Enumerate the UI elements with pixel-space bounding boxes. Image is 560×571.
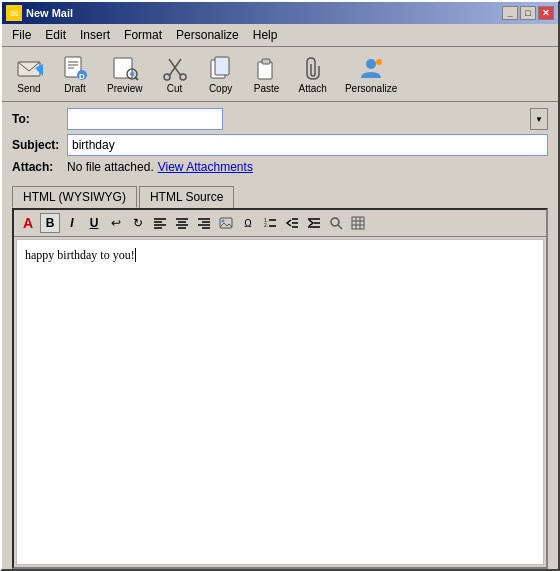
outdent-button[interactable] [282, 213, 302, 233]
toolbar: Send D Draft [2, 47, 558, 102]
indent-button[interactable] [304, 213, 324, 233]
text-cursor [135, 248, 136, 262]
svg-line-47 [338, 225, 342, 229]
svg-text:D: D [79, 72, 85, 81]
find-button[interactable] [326, 213, 346, 233]
attach-row: Attach: No file attached. View Attachmen… [12, 160, 548, 174]
svg-rect-8 [114, 58, 132, 78]
font-button[interactable]: A [18, 213, 38, 233]
title-bar: ✉ New Mail _ □ ✕ [2, 2, 558, 24]
send-icon [15, 54, 43, 82]
copy-icon [207, 54, 235, 82]
ordered-list-button[interactable]: 1.2. [260, 213, 280, 233]
undo-button[interactable]: ↩ [106, 213, 126, 233]
draft-icon: D [61, 54, 89, 82]
copy-button[interactable]: Copy [200, 51, 242, 97]
svg-rect-19 [262, 59, 270, 64]
menu-insert[interactable]: Insert [74, 26, 116, 44]
menu-edit[interactable]: Edit [39, 26, 72, 44]
align-right-button[interactable] [194, 213, 214, 233]
new-mail-window: ✉ New Mail _ □ ✕ File Edit Insert Format… [0, 0, 560, 571]
attach-icon [299, 54, 327, 82]
attach-button[interactable]: Attach [292, 51, 334, 97]
personalize-button[interactable]: Personalize [338, 51, 404, 97]
attach-label: Attach [299, 83, 327, 94]
tab-html-wysiwyg[interactable]: HTML (WYSIWYG) [12, 186, 137, 208]
menu-bar: File Edit Insert Format Personalize Help [2, 24, 558, 47]
bold-button[interactable]: B [40, 213, 60, 233]
window-icon: ✉ [6, 5, 22, 21]
subject-input[interactable] [67, 134, 548, 156]
svg-rect-34 [220, 218, 232, 228]
svg-text:2.: 2. [264, 222, 268, 228]
maximize-button[interactable]: □ [520, 6, 536, 20]
svg-point-35 [222, 220, 225, 223]
cut-button[interactable]: Cut [154, 51, 196, 97]
to-dropdown-arrow[interactable]: ▼ [530, 108, 548, 130]
paste-button[interactable]: Paste [246, 51, 288, 97]
menu-personalize[interactable]: Personalize [170, 26, 245, 44]
svg-line-10 [135, 78, 138, 81]
window-title: New Mail [26, 7, 73, 19]
title-controls: _ □ ✕ [502, 6, 554, 20]
to-label: To: [12, 112, 67, 126]
copy-label: Copy [209, 83, 232, 94]
paste-icon [253, 54, 281, 82]
close-button[interactable]: ✕ [538, 6, 554, 20]
draft-label: Draft [64, 83, 86, 94]
attach-row-label: Attach: [12, 160, 67, 174]
cut-icon [161, 54, 189, 82]
tabs-area: HTML (WYSIWYG) HTML Source [2, 186, 558, 208]
editor-text: happy birthday to you! [25, 248, 136, 262]
menu-file[interactable]: File [6, 26, 37, 44]
subject-row: Subject: [12, 134, 548, 156]
underline-button[interactable]: U [84, 213, 104, 233]
insert-table-button[interactable] [348, 213, 368, 233]
editor-tabs: HTML (WYSIWYG) HTML Source [12, 186, 548, 208]
attach-status-text: No file attached. [67, 160, 154, 174]
svg-rect-18 [258, 62, 272, 79]
send-label: Send [17, 83, 40, 94]
svg-point-46 [331, 218, 339, 226]
personalize-icon [357, 54, 385, 82]
tab-html-source[interactable]: HTML Source [139, 186, 235, 208]
to-input[interactable] [67, 108, 223, 130]
svg-point-21 [376, 59, 382, 65]
svg-point-15 [180, 74, 186, 80]
menu-format[interactable]: Format [118, 26, 168, 44]
cut-label: Cut [167, 83, 183, 94]
personalize-label: Personalize [345, 83, 397, 94]
formatting-bar: A B I U ↩ ↻ [14, 210, 546, 237]
preview-button[interactable]: Preview [100, 51, 150, 97]
svg-rect-17 [215, 57, 229, 75]
editor-area: A B I U ↩ ↻ [12, 208, 548, 569]
form-area: To: ▼ Subject: Attach: No file attached.… [2, 102, 558, 184]
menu-help[interactable]: Help [247, 26, 284, 44]
special-char-button[interactable]: Ω [238, 213, 258, 233]
send-button[interactable]: Send [8, 51, 50, 97]
svg-rect-48 [352, 217, 364, 229]
preview-label: Preview [107, 83, 143, 94]
svg-point-20 [366, 59, 376, 69]
minimize-button[interactable]: _ [502, 6, 518, 20]
view-attachments-link[interactable]: View Attachments [158, 160, 253, 174]
svg-point-14 [164, 74, 170, 80]
editor-content[interactable]: happy birthday to you! [16, 239, 544, 565]
svg-point-11 [130, 72, 134, 76]
to-select-wrapper: ▼ [67, 108, 548, 130]
to-row: To: ▼ [12, 108, 548, 130]
preview-icon [111, 54, 139, 82]
title-bar-left: ✉ New Mail [6, 5, 73, 21]
redo-button[interactable]: ↻ [128, 213, 148, 233]
subject-label: Subject: [12, 138, 67, 152]
italic-button[interactable]: I [62, 213, 82, 233]
draft-button[interactable]: D Draft [54, 51, 96, 97]
align-left-button[interactable] [150, 213, 170, 233]
paste-label: Paste [254, 83, 280, 94]
align-center-button[interactable] [172, 213, 192, 233]
insert-image-button[interactable] [216, 213, 236, 233]
